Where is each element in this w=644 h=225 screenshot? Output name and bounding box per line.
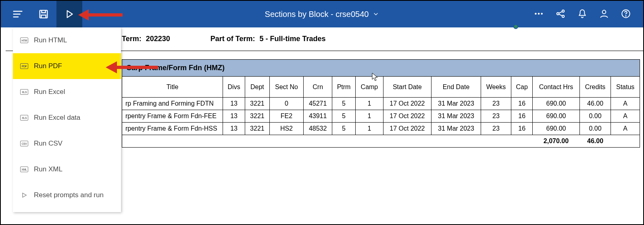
table-cell: 45271 [304,98,332,110]
run-csv-item[interactable]: CSV Run CSV [13,131,121,156]
table-cell: 13 [223,123,245,135]
page-title-group[interactable]: Sections by Block - crse0540 [265,10,379,19]
svg-point-9 [625,15,626,16]
more-button[interactable] [534,8,544,20]
svg-point-1 [535,13,536,14]
table-cell: 17 Oct 2022 [383,110,431,123]
col-contact: Contact Hrs [533,77,579,98]
arrow-annotation-run [78,8,123,22]
run-excel-data-item[interactable]: XLS Run Excel data [13,105,121,131]
share-button[interactable] [555,8,566,20]
table-cell: FE2 [269,110,304,123]
arrow-annotation-pdf [106,60,158,74]
menu-toggle-button[interactable] [5,1,31,27]
play-outline-icon [20,191,28,199]
table-cell: 0 [269,98,304,110]
col-camp: Camp [356,77,383,98]
more-horizontal-icon [534,8,544,19]
col-credits: Credits [579,77,611,98]
table-cell: 3221 [245,110,269,123]
table-cell: 690.00 [533,123,579,135]
table-row: rpentry Frame & Form Fdn-HSS133221HS2485… [122,123,640,135]
notifications-button[interactable] [577,8,588,20]
table-row: rp Framing and Forming FDTN1332210452715… [122,98,640,110]
menu-label: Run HTML [34,36,67,44]
save-button[interactable] [31,1,56,27]
run-html-item[interactable]: HTM Run HTML [13,27,121,53]
table-cell: 690.00 [533,98,579,110]
part-of-term-group: Part of Term: 5 - Full-time Trades [210,35,326,43]
table-cell: 23 [481,123,511,135]
table-cell: 5 [332,98,355,110]
table-row: rpentry Frame & Form Fdn-FEE133221FE2439… [122,110,640,123]
xls-format-icon: XLS [20,88,28,96]
help-button[interactable] [621,8,631,20]
run-format-menu: HTM Run HTML PDF Run PDF XLS Run Excel X… [13,27,121,212]
col-dept: Dept [245,77,269,98]
user-button[interactable] [599,8,609,20]
page-title: Sections by Block - crse0540 [265,10,369,19]
total-credits: 46.00 [579,135,611,148]
table-cell: 1 [356,98,383,110]
menu-label: Reset prompts and run [34,191,104,199]
xls-format-icon: XLS [20,114,28,122]
table-cell: rp Framing and Forming FDTN [122,98,223,110]
table-cell: 5 [332,110,355,123]
table-cell: 13 [223,110,245,123]
table-cell: 1 [356,110,383,123]
col-start: Start Date [383,77,431,98]
col-title: Title [122,77,223,98]
table-cell: A [611,123,640,135]
col-status: Status [611,77,640,98]
toolbar-left-group [5,1,82,27]
menu-label: Run Excel data [34,114,80,122]
menu-label: Run CSV [34,140,63,148]
help-icon [621,8,631,19]
save-icon [38,8,49,20]
term-value: 202230 [146,35,170,43]
svg-point-7 [602,10,606,14]
table-cell: 17 Oct 2022 [383,98,431,110]
table-totals-row: 2,070.0046.00 [122,135,640,148]
table-cell: 48532 [304,123,332,135]
menu-label: Run XML [34,165,63,173]
table-cell: A [611,98,640,110]
table-cell: rpentry Frame & Form Fdn-FEE [122,110,223,123]
table-cell: 1 [356,123,383,135]
pot-label: Part of Term: [210,35,255,43]
col-weeks: Weeks [481,77,511,98]
table-cell: 16 [511,123,533,135]
svg-point-3 [541,13,542,14]
menu-icon [12,8,23,20]
share-icon [555,8,566,19]
table-cell: 31 Mar 2023 [431,123,481,135]
play-icon [64,9,75,19]
html-format-icon: HTM [20,36,28,44]
table-cell: A [611,110,640,123]
table-cell: 16 [511,110,533,123]
menu-label: Run PDF [34,62,62,70]
table-cell: 5 [332,123,355,135]
table-cell: 0.00 [579,123,611,135]
reset-prompts-item[interactable]: Reset prompts and run [13,182,121,208]
table-cell: 31 Mar 2023 [431,98,481,110]
block-title-bar: Carp Frame/Form Fdn (HMZ) [122,59,640,76]
table-cell: 17 Oct 2022 [383,123,431,135]
table-cell: 3221 [245,98,269,110]
table-cell: 43911 [304,110,332,123]
col-ptrm: Ptrm [332,77,355,98]
table-cell: 0.00 [579,110,611,123]
table-cell: 46.00 [579,98,611,110]
csv-format-icon: CSV [20,140,28,148]
col-sect-no: Sect No [269,77,304,98]
table-cell: HS2 [269,123,304,135]
run-excel-item[interactable]: XLS Run Excel [13,79,121,105]
user-icon [599,8,609,19]
table-cell: 16 [511,98,533,110]
table-cell: rpentry Frame & Form Fdn-HSS [122,123,223,135]
run-xml-item[interactable]: XML Run XML [13,156,121,182]
bell-icon [577,8,588,19]
run-pdf-item[interactable]: PDF Run PDF [13,53,121,79]
toolbar-right-group [534,8,639,20]
table-cell: 23 [481,110,511,123]
